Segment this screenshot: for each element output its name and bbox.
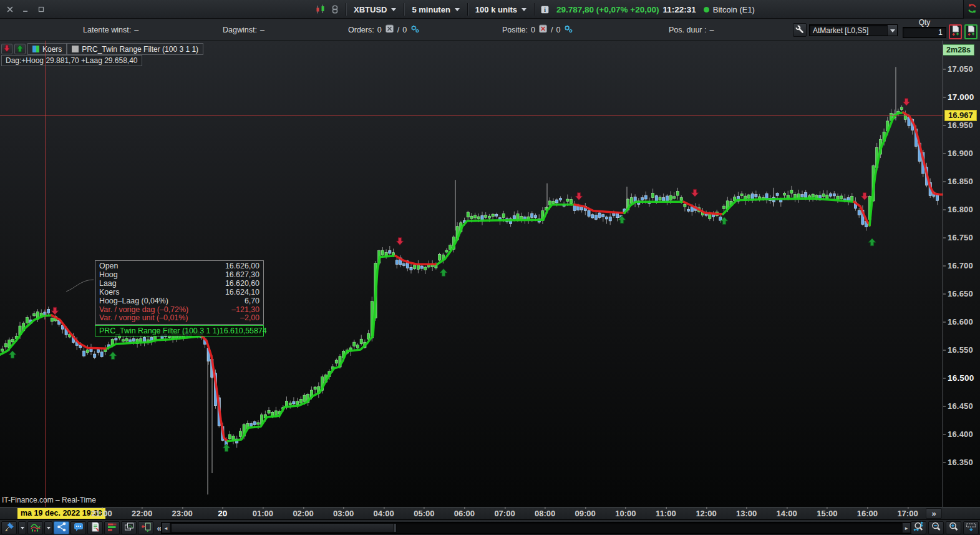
orders-settings-icon[interactable]	[410, 24, 420, 36]
indicator-tool-button[interactable]	[27, 521, 43, 534]
zoom-in-button[interactable]	[946, 521, 961, 534]
zoom-out-button[interactable]	[928, 521, 944, 534]
wrench-icon	[795, 24, 805, 36]
price-axis-label: 16.800	[948, 205, 973, 214]
price-tooltip: Open16.626,00Hoog16.627,30Laag16.620,60K…	[95, 260, 264, 325]
position-duration: Pos. duur : –	[669, 19, 714, 41]
zoom-pan-icon	[913, 521, 924, 535]
time-axis-label: 15:00	[817, 509, 837, 518]
tooltip-value: –2,00	[240, 314, 260, 323]
time-axis-label: 09:00	[575, 509, 596, 518]
indicator-tool-dropdown[interactable]	[44, 521, 52, 534]
price-axis-label: 16.450	[948, 401, 973, 411]
window-controls	[5, 0, 46, 19]
tab-label: PRC_Twin Range Filter (100 3 1 1)	[82, 45, 198, 54]
bottom-toolbar: « ◂ ▸	[0, 519, 980, 535]
time-axis-label: 01:00	[253, 509, 273, 518]
time-axis-label: 23:00	[172, 509, 193, 518]
last-price-change: 29.787,80 (+0,07% +20,00)	[556, 5, 659, 14]
link-icon[interactable]	[330, 4, 340, 15]
refresh-button[interactable]	[963, 0, 980, 19]
news-tool-icon	[90, 521, 101, 535]
scroll-left-arrow[interactable]: ◂	[162, 523, 170, 533]
order-type-select[interactable]: AtMarket [L0,S5]	[809, 24, 898, 36]
buy-order-icon	[966, 25, 976, 39]
scroll-right-arrow[interactable]: ▸	[902, 523, 911, 533]
draw-tool-button[interactable]	[1, 521, 17, 534]
share-tool-icon	[56, 521, 67, 535]
cancel-orders-icon[interactable]	[385, 24, 394, 36]
quantity-label: Qty	[919, 18, 931, 27]
time-axis-label: 10:00	[615, 509, 636, 518]
red-down-arrow-icon	[3, 44, 11, 55]
horizontal-scrollbar[interactable]: ◂ ▸	[161, 522, 911, 534]
time-axis-label: 20	[218, 509, 227, 518]
timeframe-dropdown[interactable]: 5 minuten	[408, 0, 463, 19]
time-axis-label: 13:00	[736, 509, 757, 518]
top-bar: XBTUSD 5 minuten 100 k units i 29.787,80…	[0, 0, 980, 19]
tooltip-value: 16.626,00	[225, 262, 260, 271]
close-position-icon[interactable]	[538, 24, 548, 36]
price-axis[interactable]: 17.05017.00016.95016.90016.85016.80016.7…	[943, 41, 980, 507]
time-axis-label: 04:00	[374, 509, 394, 518]
units-dropdown[interactable]: 100 k units	[472, 0, 530, 19]
tab-indicator[interactable]: PRC_Twin Range Filter (100 3 1 1)	[67, 43, 203, 55]
position-pending-count: 0	[556, 26, 560, 34]
info-icon[interactable]: i	[540, 5, 550, 14]
position-settings-icon[interactable]	[563, 24, 573, 36]
price-axis-label: 16.500	[948, 373, 974, 383]
scrollbar-grip[interactable]	[393, 524, 396, 532]
news-tool-button[interactable]	[87, 521, 103, 534]
chevron-down-icon	[455, 8, 460, 11]
buy-order-button[interactable]	[964, 24, 978, 39]
sell-order-button[interactable]	[949, 24, 962, 39]
slash: /	[397, 26, 399, 34]
timeframe-label: 5 minuten	[412, 5, 450, 14]
orders-pending-count: 0	[402, 26, 407, 34]
symbol-dropdown[interactable]: XBTUSD	[350, 0, 400, 19]
tooltip-label: Open	[99, 262, 118, 271]
chat-tool-button[interactable]	[70, 521, 86, 534]
tooltip-value: 16.624,10	[225, 288, 260, 297]
time-axis-label: 08:00	[535, 509, 555, 518]
time-axis[interactable]: ma 19 dec. 2022 19:30 » 21:0022:0023:002…	[0, 507, 980, 519]
order-settings-button[interactable]	[793, 23, 807, 37]
quantity-group: Qty	[903, 18, 946, 38]
share-tool-button[interactable]	[54, 521, 69, 534]
tab-container: KoersPRC_Twin Range Filter (100 3 1 1)	[27, 43, 203, 55]
position-duration-label: Pos. duur :	[669, 26, 706, 34]
chat-tool-icon	[73, 521, 84, 535]
indicator-name: PRC_Twin Range Filter (100 3 1 1)	[99, 326, 220, 335]
chevron-down-icon[interactable]	[887, 25, 897, 36]
indicator-tool-icon	[30, 521, 41, 535]
price-axis-label: 16.950	[948, 120, 973, 130]
minimize-icon[interactable]	[21, 4, 31, 14]
orders-tool-button[interactable]	[104, 521, 120, 534]
zoom-out-icon	[931, 521, 942, 535]
tooltip-label: Var. / vorige dag (–0,72%)	[99, 306, 188, 315]
maximize-icon[interactable]	[36, 4, 46, 14]
draw-tool-dropdown[interactable]	[18, 521, 26, 534]
candle-width-button[interactable]	[963, 521, 979, 534]
orders-open-count: 0	[377, 26, 382, 34]
tooltip-row: Laag16.620,60	[95, 280, 263, 288]
tab-koers[interactable]: Koers	[27, 43, 67, 55]
sell-marker-button[interactable]	[1, 44, 12, 54]
quantity-input[interactable]	[903, 27, 946, 38]
time-axis-label: 14:00	[777, 509, 797, 518]
day-profit-value: –	[260, 26, 264, 34]
scroll-forward-button[interactable]: »	[926, 508, 942, 519]
windows-tool-button[interactable]	[121, 521, 137, 534]
orders-label: Orders:	[348, 26, 374, 34]
chevron-down-icon	[47, 527, 51, 529]
zoom-pan-button[interactable]	[911, 521, 926, 534]
time-axis-label: 16:00	[857, 509, 878, 518]
scrollbar-thumb[interactable]	[171, 523, 397, 533]
time-axis-label: 03:00	[333, 509, 354, 518]
time-axis-label: 11:00	[656, 509, 676, 518]
detach-tool-button[interactable]	[138, 521, 153, 534]
buy-marker-button[interactable]	[14, 44, 26, 54]
feed-status-icon	[704, 7, 709, 12]
price-axis-label: 16.900	[948, 149, 973, 158]
close-icon[interactable]	[5, 4, 15, 14]
